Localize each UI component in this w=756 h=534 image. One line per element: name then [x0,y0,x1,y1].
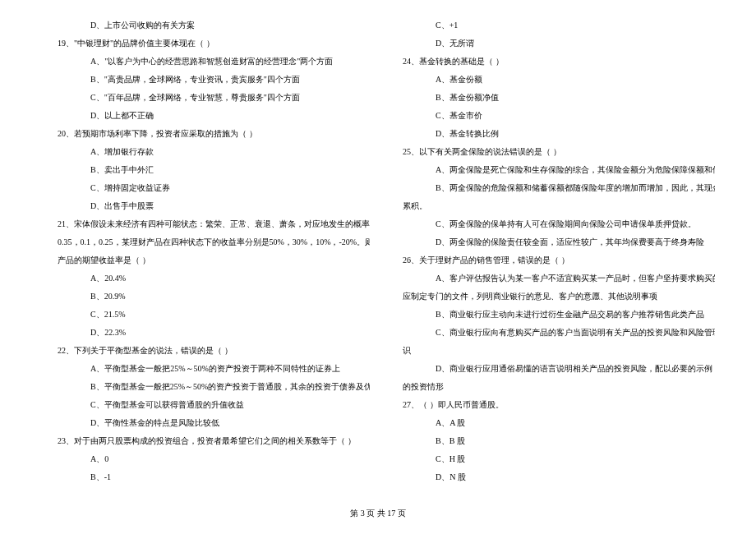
text-line: A、"以客户为中心的经营思路和智慧创造财富的经营理念"两个方面 [41,53,370,71]
text-line: B、B 股 [386,432,715,450]
text-line: 23、对于由两只股票构成的投资组合，投资者最希望它们之间的相关系数等于（ ） [41,432,370,450]
text-line: A、增加银行存款 [41,143,370,161]
text-line: B、20.9% [41,288,370,306]
text-line: A、0 [41,450,370,468]
text-line: A、平衡型基金一般把25%～50%的资产投资于两种不同特性的证券上 [41,360,370,378]
text-line: B、基金份额净值 [386,89,715,107]
text-line: C、商业银行应向有意购买产品的客户当面说明有关产品的投资风险和风险管理的基{本常 [386,324,715,342]
text-line: C、21.5% [41,306,370,324]
text-line: D、22.3% [41,324,370,342]
text-line: 21、宋体假设未来经济有四种可能状态：繁荣、正常、衰退、萧条，对应地发生的概率是… [41,215,370,233]
left-column: D、上市公司收购的有关方案19、"中银理财"的品牌价值主要体现在（ ）A、"以客… [33,16,378,493]
text-line: B、-1 [41,468,370,486]
text-line: 应制定专门的文件，列明商业银行的意见、客户的意愿、其他说明事项 [386,288,715,306]
text-line: 26、关于理财产品的销售管理，错误的是（ ） [386,251,715,269]
text-line: D、以上都不正确 [41,107,370,125]
text-line: C、"百年品牌，全球网络，专业智慧，尊贵服务"四个方面 [41,89,370,107]
text-line: 0.35，0.1，0.25，某理财产品在四种状态下的收益率分别是50%，30%，… [41,233,370,251]
text-line: 累积。 [386,197,715,215]
text-line: 20、若预期市场利率下降，投资者应采取的措施为（ ） [41,125,370,143]
text-line: D、上市公司收购的有关方案 [41,16,370,35]
right-column: C、+1D、无所谓24、基金转换的基础是（ ）A、基金份额B、基金份额净值C、基… [378,16,723,493]
page-footer: 第 3 页 共 17 页 [0,508,756,519]
text-line: D、基金转换比例 [386,125,715,143]
text-line: A、两全保险是死亡保险和生存保险的综合，其保险金额分为危险保障保额和储蓄保额。 [386,161,715,179]
text-line: B、卖出手中外汇 [41,161,370,179]
text-line: D、N 股 [386,468,715,486]
text-line: B、商业银行应主动向未进行过衍生金融产品交易的客户推荐销售此类产品 [386,306,715,324]
text-line: B、平衡型基金一般把25%～50%的资产投资于普通股，其余的投资于债券及优先股 [41,378,370,396]
text-line: 19、"中银理财"的品牌价值主要体现在（ ） [41,35,370,53]
text-line: A、A 股 [386,414,715,432]
text-line: D、商业银行应用通俗易懂的语言说明相关产品的投资风险，配以必要的示例，说明最不利 [386,360,715,378]
text-line: D、出售手中股票 [41,197,370,215]
text-line: 25、以下有关两全保险的说法错误的是（ ） [386,143,715,161]
text-line: A、20.4% [41,269,370,288]
text-line: D、平衡性基金的特点是风险比较低 [41,414,370,432]
text-line: C、增持固定收益证券 [41,179,370,197]
page-content: D、上市公司收购的有关方案19、"中银理财"的品牌价值主要体现在（ ）A、"以客… [0,0,756,493]
text-line: A、客户评估报告认为某一客户不适宜购买某一产品时，但客户坚持要求购买的，商业银行 [386,269,715,288]
text-line: 的投资情形 [386,378,715,396]
text-line: 识 [386,342,715,360]
text-line: C、平衡型基金可以获得普通股的升值收益 [41,396,370,414]
text-line: C、基金市价 [386,107,715,125]
text-line: D、两全保险的保险责任较全面，适应性较广，其年均保费要高于终身寿险 [386,233,715,251]
text-line: 24、基金转换的基础是（ ） [386,53,715,71]
text-line: C、两全保险的保单持有人可在保险期间向保险公司申请保单质押贷款。 [386,215,715,233]
text-line: 产品的期望收益率是（ ） [41,251,370,269]
text-line: B、两全保险的危险保额和储蓄保额都随保险年度的增加而增加，因此，其现金价值也逐渐 [386,179,715,197]
text-line: A、基金份额 [386,71,715,89]
text-line: 22、下列关于平衡型基金的说法，错误的是（ ） [41,342,370,360]
text-line: 27、（ ）即人民币普通股。 [386,396,715,414]
text-line: D、无所谓 [386,35,715,53]
text-line: C、H 股 [386,450,715,468]
text-line: C、+1 [386,16,715,35]
text-line: B、"高贵品牌，全球网络，专业资讯，贵宾服务"四个方面 [41,71,370,89]
